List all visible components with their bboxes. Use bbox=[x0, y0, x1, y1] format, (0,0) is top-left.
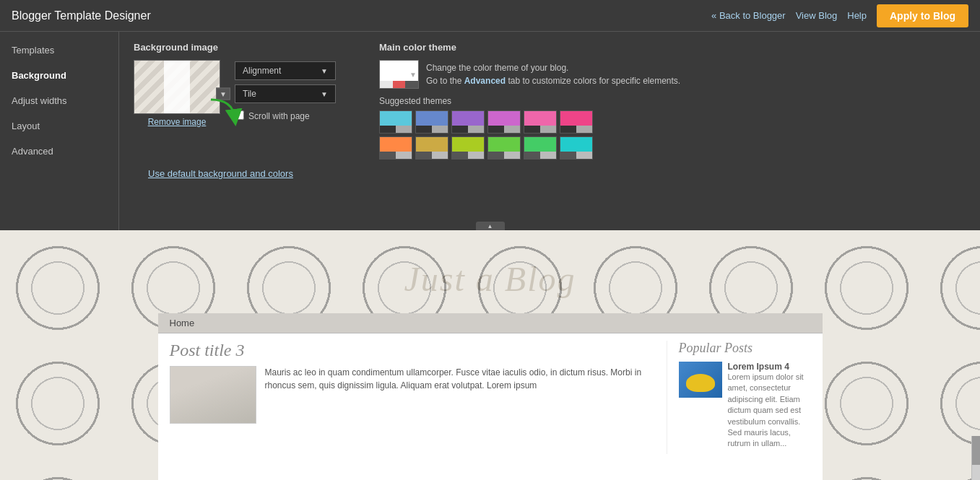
theme-swatch-11[interactable] bbox=[560, 136, 593, 160]
arrow-wrapper bbox=[235, 110, 244, 122]
swatch-color-3 bbox=[405, 81, 418, 88]
sidebar-item-background[interactable]: Background bbox=[0, 63, 118, 88]
swatch-colors bbox=[380, 81, 418, 88]
scroll-with-page-checkbox[interactable] bbox=[235, 110, 244, 120]
app-title: Blogger Template Designer bbox=[12, 9, 151, 22]
theme-swatch-6[interactable] bbox=[379, 136, 412, 160]
bg-preview-container: ▼ Remove image bbox=[134, 60, 220, 127]
scrollbar[interactable]: ▲ ▼ bbox=[971, 436, 980, 480]
theme-swatch-5[interactable] bbox=[560, 110, 593, 134]
designer-panel: Templates Background Adjust widths Layou… bbox=[0, 32, 980, 230]
theme-row-2 bbox=[379, 136, 680, 160]
color-theme-title: Main color theme bbox=[379, 42, 680, 53]
color-theme-section: Main color theme ▼ Change the color them… bbox=[379, 42, 680, 160]
theme-swatch-3[interactable] bbox=[487, 110, 521, 134]
popular-item-title: Lorem Ipsum 4 bbox=[728, 362, 811, 372]
blog-posts: Post title 3 Mauris ac leo in quam condi… bbox=[170, 341, 667, 454]
remove-image-link[interactable]: Remove image bbox=[134, 117, 220, 127]
background-section: Background image ▼ Remove image Alignmen… bbox=[134, 42, 336, 127]
swatch-color-2 bbox=[393, 81, 406, 88]
apply-to-blog-button[interactable]: Apply to Blog bbox=[877, 4, 968, 27]
color-desc-line2-prefix: Go to the bbox=[426, 76, 464, 86]
color-desc-line1: Change the color theme of your blog. bbox=[426, 63, 568, 73]
swatch-color-1 bbox=[380, 81, 393, 88]
suggested-themes-label: Suggested themes bbox=[379, 96, 680, 106]
theme-swatch-7[interactable] bbox=[415, 136, 448, 160]
scroll-row: Scroll with page bbox=[235, 110, 336, 122]
use-default-link[interactable]: Use default background and colors bbox=[134, 168, 293, 179]
tile-label: Tile bbox=[243, 89, 256, 99]
background-image-row: ▼ Remove image Alignment ▼ Tile ▼ bbox=[134, 60, 336, 127]
theme-swatch-2[interactable] bbox=[451, 110, 485, 134]
back-to-blogger-link[interactable]: « Back to Blogger bbox=[711, 10, 786, 21]
scrollbar-thumb[interactable] bbox=[972, 436, 980, 465]
topbar-actions: « Back to Blogger View Blog Help Apply t… bbox=[711, 4, 968, 27]
swatch-chevron-icon: ▼ bbox=[409, 71, 417, 79]
popular-item-content: Lorem Ipsum 4 Lorem ipsum dolor sit amet… bbox=[728, 362, 811, 450]
bg-image-preview[interactable] bbox=[134, 60, 220, 114]
background-section-title: Background image bbox=[134, 42, 336, 53]
blog-sidebar: Popular Posts Lorem Ipsum 4 Lorem ipsum … bbox=[667, 341, 811, 454]
main-swatch-button[interactable]: ▼ bbox=[379, 60, 419, 89]
topbar: Blogger Template Designer « Back to Blog… bbox=[0, 0, 980, 32]
blog-content-wrapper: Home Post title 3 Mauris ac leo in quam … bbox=[158, 313, 823, 480]
alignment-label: Alignment bbox=[243, 66, 281, 76]
advanced-tab-link[interactable]: Advanced bbox=[464, 76, 506, 86]
bg-controls: Alignment ▼ Tile ▼ bbox=[235, 60, 336, 122]
tile-chevron-icon: ▼ bbox=[321, 90, 328, 98]
blog-nav: Home bbox=[158, 313, 823, 333]
sidebar-item-templates[interactable]: Templates bbox=[0, 38, 118, 63]
post-title: Post title 3 bbox=[170, 341, 667, 360]
theme-swatch-0[interactable] bbox=[379, 110, 412, 134]
blog-preview: Just a Blog Home Post title 3 Mauris ac … bbox=[0, 230, 980, 480]
theme-swatch-9[interactable] bbox=[487, 136, 521, 160]
help-link[interactable]: Help bbox=[847, 10, 867, 21]
collapse-handle[interactable] bbox=[476, 222, 505, 230]
popular-posts-title: Popular Posts bbox=[679, 341, 811, 356]
bg-image-chevron-button[interactable]: ▼ bbox=[216, 87, 230, 100]
sidebar: Templates Background Adjust widths Layou… bbox=[0, 32, 119, 230]
post-image bbox=[170, 366, 256, 424]
theme-swatch-1[interactable] bbox=[415, 110, 448, 134]
blog-main-content: Post title 3 Mauris ac leo in quam condi… bbox=[158, 333, 823, 461]
color-theme-description: Change the color theme of your blog. Go … bbox=[426, 61, 680, 87]
popular-item-text: Lorem ipsum dolor sit amet, consectetur … bbox=[728, 372, 811, 450]
tile-dropdown[interactable]: Tile ▼ bbox=[235, 84, 336, 103]
view-blog-link[interactable]: View Blog bbox=[796, 10, 838, 21]
popular-item: Lorem Ipsum 4 Lorem ipsum dolor sit amet… bbox=[679, 362, 811, 450]
color-desc-line2-suffix: tab to customize colors for specific ele… bbox=[506, 76, 680, 86]
scroll-label: Scroll with page bbox=[248, 111, 310, 121]
popular-item-thumbnail bbox=[679, 362, 722, 398]
theme-swatch-8[interactable] bbox=[451, 136, 485, 160]
design-area: Background image ▼ Remove image Alignmen… bbox=[119, 32, 980, 230]
alignment-dropdown[interactable]: Alignment ▼ bbox=[235, 61, 336, 80]
theme-row-1 bbox=[379, 110, 680, 134]
theme-swatch-10[interactable] bbox=[524, 136, 557, 160]
color-swatch-main: ▼ Change the color theme of your blog. G… bbox=[379, 60, 680, 89]
sidebar-item-adjust-widths[interactable]: Adjust widths bbox=[0, 88, 118, 113]
sidebar-item-layout[interactable]: Layout bbox=[0, 113, 118, 139]
post-text: Mauris ac leo in quam condimentum ullamc… bbox=[264, 366, 667, 392]
theme-swatch-4[interactable] bbox=[524, 110, 557, 134]
post-content: Mauris ac leo in quam condimentum ullamc… bbox=[170, 366, 667, 428]
sidebar-item-advanced[interactable]: Advanced bbox=[0, 139, 118, 164]
blog-nav-home[interactable]: Home bbox=[170, 318, 195, 328]
post-image-inner bbox=[170, 367, 256, 423]
alignment-chevron-icon: ▼ bbox=[321, 67, 328, 75]
suggested-themes-grid bbox=[379, 110, 680, 160]
